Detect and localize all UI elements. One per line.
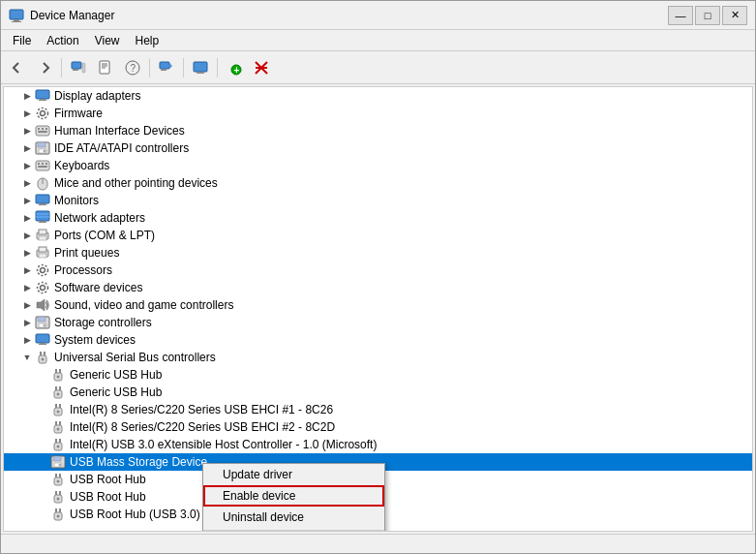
forward-button[interactable] xyxy=(32,55,57,80)
tree-item[interactable]: ▶Keyboards xyxy=(4,157,752,174)
tree-expand-icon[interactable]: ▶ xyxy=(19,140,35,156)
svg-point-76 xyxy=(57,376,60,379)
tree-expand-icon[interactable]: ▶ xyxy=(19,88,35,104)
svg-text:+: + xyxy=(234,65,240,76)
tree-panel[interactable]: ▶Display adapters▶Firmware▶Human Interfa… xyxy=(3,86,753,532)
svg-rect-2 xyxy=(12,21,21,22)
svg-point-104 xyxy=(57,498,60,501)
menu-file[interactable]: File xyxy=(5,32,39,49)
tree-item-label: Mice and other pointing devices xyxy=(54,176,218,190)
tree-expand-icon[interactable]: ▶ xyxy=(19,158,35,173)
add-button[interactable]: + xyxy=(222,55,247,80)
tree-expand-icon[interactable]: ▶ xyxy=(19,315,35,330)
tree-expand-icon[interactable]: ▶ xyxy=(19,106,35,121)
svg-point-58 xyxy=(38,265,48,276)
tree-expand-icon[interactable]: ▶ xyxy=(19,228,35,243)
context-menu-uninstall-device[interactable]: Uninstall device xyxy=(203,507,384,528)
tree-item[interactable]: ▶Firmware xyxy=(4,105,752,122)
tree-expand-icon[interactable]: ▶ xyxy=(19,297,35,313)
tree-expand-icon[interactable]: ▼ xyxy=(19,350,35,365)
svg-rect-63 xyxy=(38,317,45,322)
svg-rect-40 xyxy=(38,166,47,168)
tree-item[interactable]: ▶Processors xyxy=(4,262,752,279)
svg-point-65 xyxy=(44,324,46,327)
close-button[interactable]: ✕ xyxy=(722,6,747,25)
tree-item[interactable]: ▶Ports (COM & LPT) xyxy=(4,227,752,244)
tree-expand-icon[interactable]: ▶ xyxy=(19,262,35,278)
tree-item-icon xyxy=(35,262,50,278)
tree-item-label: Human Interface Devices xyxy=(54,124,185,138)
tree-expand-icon[interactable]: ▶ xyxy=(19,332,35,348)
tree-item[interactable]: ▶Network adapters xyxy=(4,209,752,227)
update-driver-button[interactable] xyxy=(154,55,179,80)
main-area: ▶Display adapters▶Firmware▶Human Interfa… xyxy=(1,84,755,534)
tree-item[interactable]: Generic USB Hub xyxy=(4,384,752,401)
tree-item[interactable]: Intel(R) 8 Series/C220 Series USB EHCI #… xyxy=(4,401,752,418)
svg-rect-43 xyxy=(36,195,49,203)
tree-expand-icon[interactable]: ▶ xyxy=(19,123,35,138)
tree-item-icon xyxy=(35,297,50,313)
svg-point-26 xyxy=(38,108,48,119)
tree-item-icon xyxy=(35,210,50,226)
tree-item[interactable]: ▶System devices xyxy=(4,331,752,349)
tree-item[interactable]: ▶Monitors xyxy=(4,192,752,209)
tree-item[interactable]: ▶Display adapters xyxy=(4,87,752,105)
device-manager-button[interactable] xyxy=(66,55,91,80)
tree-item[interactable]: ▶IDE ATA/ATAPI controllers xyxy=(4,139,752,157)
tree-expand-icon[interactable]: ▶ xyxy=(19,280,35,295)
tree-item-label: Intel(R) 8 Series/C220 Series USB EHCI #… xyxy=(70,420,335,434)
back-button[interactable] xyxy=(5,55,30,80)
properties-button[interactable] xyxy=(93,55,118,80)
menu-action[interactable]: Action xyxy=(39,32,86,49)
svg-marker-61 xyxy=(37,299,45,311)
svg-rect-44 xyxy=(40,203,45,204)
tree-item[interactable]: Generic USB Hub xyxy=(4,366,752,384)
svg-point-100 xyxy=(57,480,60,483)
tree-expand-icon[interactable]: ▶ xyxy=(19,175,35,191)
svg-rect-15 xyxy=(161,70,166,71)
toolbar: ? + xyxy=(1,51,755,84)
help-button[interactable]: ? xyxy=(120,55,145,80)
tree-expand-icon xyxy=(35,454,50,470)
tree-item-label: System devices xyxy=(54,333,136,347)
tree-item[interactable]: ▶Mice and other pointing devices xyxy=(4,174,752,192)
tree-item[interactable]: Intel(R) 8 Series/C220 Series USB EHCI #… xyxy=(4,418,752,436)
statusbar xyxy=(1,534,755,553)
tree-expand-icon[interactable]: ▶ xyxy=(19,245,35,261)
tree-item-icon xyxy=(35,123,50,138)
tree-item-label: IDE ATA/ATAPI controllers xyxy=(54,141,189,155)
context-menu-update-driver[interactable]: Update driver xyxy=(203,464,384,485)
tree-item-icon xyxy=(50,507,66,522)
svg-rect-0 xyxy=(10,10,23,19)
tree-item-icon xyxy=(35,140,50,156)
tree-item-label: Firmware xyxy=(54,107,103,120)
tree-expand-icon[interactable]: ▶ xyxy=(19,210,35,226)
svg-rect-29 xyxy=(42,128,44,130)
tree-item-label: Print queues xyxy=(54,246,119,260)
menu-help[interactable]: Help xyxy=(128,32,167,49)
minimize-button[interactable]: — xyxy=(668,6,693,25)
remove-button[interactable] xyxy=(249,55,274,80)
svg-rect-23 xyxy=(40,99,45,100)
tree-item-label: Software devices xyxy=(54,281,142,294)
tree-item-label: USB Root Hub xyxy=(70,490,146,504)
tree-expand-icon[interactable]: ▶ xyxy=(19,193,35,208)
menu-view[interactable]: View xyxy=(87,32,128,49)
tree-item-icon xyxy=(50,385,66,400)
tree-item-icon xyxy=(50,454,66,470)
tree-item[interactable]: ▶Sound, video and game controllers xyxy=(4,296,752,314)
tree-item[interactable]: ▶Human Interface Devices xyxy=(4,122,752,139)
svg-rect-22 xyxy=(36,90,49,99)
monitor-button[interactable] xyxy=(188,55,213,80)
menubar: File Action View Help xyxy=(1,30,755,51)
tree-expand-icon xyxy=(35,367,50,383)
tree-item[interactable]: Intel(R) USB 3.0 eXtensible Host Control… xyxy=(4,436,752,453)
tree-item[interactable]: ▶Software devices xyxy=(4,279,752,296)
tree-item[interactable]: ▶Print queues xyxy=(4,244,752,262)
maximize-button[interactable]: □ xyxy=(695,6,720,25)
svg-point-108 xyxy=(57,515,60,518)
context-menu-enable-device[interactable]: Enable device xyxy=(203,485,384,507)
tree-item[interactable]: ▶Storage controllers xyxy=(4,314,752,331)
svg-rect-66 xyxy=(36,334,49,343)
tree-item[interactable]: ▼Universal Serial Bus controllers xyxy=(4,349,752,366)
